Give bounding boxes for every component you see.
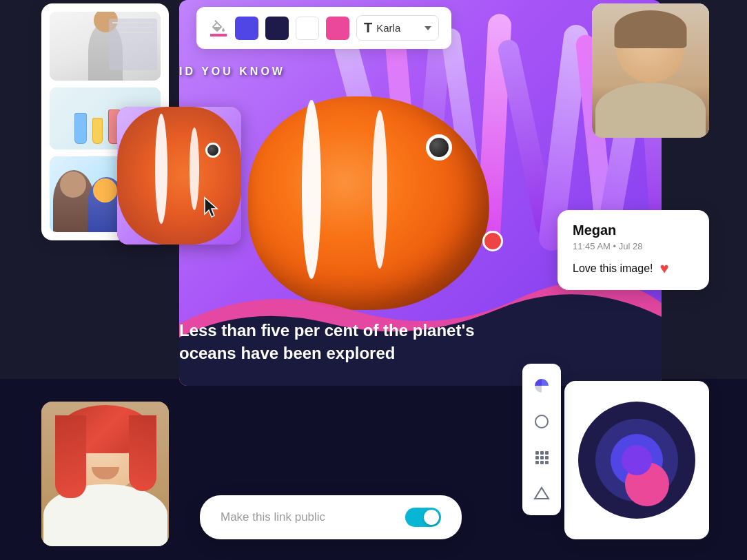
comment-time: 11:45 AM • Jul 28	[573, 241, 694, 251]
color-swatch-navy[interactable]	[265, 17, 289, 40]
right-sidebar-icons	[522, 364, 561, 515]
svg-rect-8	[540, 461, 544, 464]
svg-rect-1	[535, 451, 539, 455]
color-swatch-blue[interactable]	[235, 17, 258, 40]
comment-text: Love this image! ♥	[573, 260, 694, 278]
svg-rect-9	[545, 461, 549, 464]
cursor-arrow	[203, 196, 223, 222]
font-t-icon: T	[364, 20, 372, 36]
circle-icon[interactable]	[526, 406, 557, 437]
mini-clownfish-card	[117, 107, 241, 245]
toggle-knob	[424, 510, 439, 525]
grid-icon[interactable]	[526, 442, 557, 473]
svg-rect-3	[545, 451, 549, 455]
toggle-card: Make this link public	[200, 495, 462, 539]
paint-bucket-icon[interactable]	[209, 19, 228, 38]
svg-rect-2	[540, 451, 544, 455]
fish-stripe-2	[372, 110, 387, 269]
fish-eye	[426, 134, 452, 160]
heart-icon: ♥	[660, 260, 669, 278]
fish-stripe-1	[302, 100, 321, 279]
svg-rect-5	[540, 456, 544, 459]
canvas-main-text: Less than five per cent of the planet's …	[179, 319, 510, 365]
bottom-left-photo	[41, 402, 169, 546]
chart-card	[564, 381, 709, 539]
chevron-down-icon	[424, 26, 431, 30]
color-swatch-white[interactable]	[296, 17, 319, 40]
color-toolbar: T Karla	[196, 7, 451, 49]
svg-rect-7	[535, 461, 539, 464]
svg-point-14	[622, 445, 652, 475]
top-right-photo	[592, 3, 709, 138]
toggle-switch[interactable]	[405, 508, 441, 527]
svg-rect-6	[545, 456, 549, 459]
toggle-label: Make this link public	[221, 510, 325, 524]
comment-author: Megan	[573, 222, 694, 238]
red-indicator-dot	[482, 231, 503, 251]
canvas-frame: ID YOU KNOW Less than five per cent of t…	[179, 0, 662, 386]
color-swatch-pink[interactable]	[326, 17, 349, 40]
svg-point-0	[535, 415, 548, 428]
photo-item-writing[interactable]	[50, 12, 161, 81]
comment-card: Megan 11:45 AM • Jul 28 Love this image!…	[557, 210, 709, 290]
svg-rect-4	[535, 456, 539, 459]
triangle-icon[interactable]	[526, 478, 557, 508]
font-label: Karla	[376, 22, 420, 34]
did-you-know-text: ID YOU KNOW	[179, 65, 285, 78]
font-selector[interactable]: T Karla	[356, 15, 439, 41]
chart-pie-icon[interactable]	[526, 371, 557, 401]
